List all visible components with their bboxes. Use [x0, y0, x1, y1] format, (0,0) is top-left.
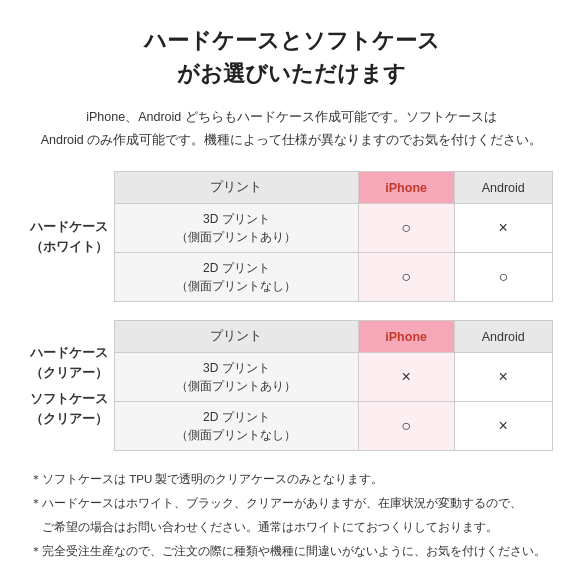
table2-row1-label: 3D プリント（側面プリントあり）	[115, 353, 359, 402]
table2-header-iphone: iPhone	[358, 321, 454, 353]
table1-row2-iphone: ○	[358, 253, 454, 302]
table1-side-label: ハードケース （ホワイト）	[30, 171, 114, 302]
table-row: 3D プリント（側面プリントあり） × ×	[115, 353, 553, 402]
note-1: ＊ソフトケースは TPU 製で透明のクリアケースのみとなります。	[30, 469, 553, 491]
table2-row2-label: 2D プリント（側面プリントなし）	[115, 402, 359, 451]
table2-section: ハードケース （クリアー） ソフトケース （クリアー） プリント iPhone …	[30, 320, 553, 451]
table1-header-android: Android	[454, 172, 552, 204]
title-line1: ハードケースとソフトケース	[144, 28, 440, 53]
table2-row1-iphone: ×	[358, 353, 454, 402]
table1: プリント iPhone Android 3D プリント（側面プリントあり） ○	[114, 171, 553, 302]
title-line2: がお選びいただけます	[177, 61, 406, 86]
note-4: ＊完全受注生産なので、ご注文の際に種類や機種に間違いがないように、お気を付けくだ…	[30, 541, 553, 563]
table1-row2-android: ○	[454, 253, 552, 302]
table1-row2-label: 2D プリント（側面プリントなし）	[115, 253, 359, 302]
table1-row1-iphone: ○	[358, 204, 454, 253]
table2-wrapper: プリント iPhone Android 3D プリント（側面プリントあり） ×	[114, 320, 553, 451]
table1-section: ハードケース （ホワイト） プリント iPhone Android 3D プリン…	[30, 171, 553, 302]
table2-header-android: Android	[454, 321, 552, 353]
page-container: ハードケースとソフトケース がお選びいただけます iPhone、Android …	[0, 0, 583, 583]
table2-side-label: ハードケース （クリアー） ソフトケース （クリアー）	[30, 320, 114, 451]
table2-row1-android: ×	[454, 353, 552, 402]
table2-row2-iphone: ○	[358, 402, 454, 451]
table2-label2-line1: ソフトケース	[30, 392, 108, 406]
table1-header-print: プリント	[115, 172, 359, 204]
table1-label-line2: （ホワイト）	[30, 240, 108, 254]
table2-label1-line2: （クリアー）	[30, 366, 108, 380]
table2-label2-line2: （クリアー）	[30, 412, 108, 426]
table2-row2-android: ×	[454, 402, 552, 451]
table1-row1-android: ×	[454, 204, 552, 253]
table2: プリント iPhone Android 3D プリント（側面プリントあり） ×	[114, 320, 553, 451]
note-3: ご希望の場合はお問い合わせください。通常はホワイトにておつくりしております。	[30, 517, 553, 539]
table1-wrapper: プリント iPhone Android 3D プリント（側面プリントあり） ○	[114, 171, 553, 302]
table2-label1-line1: ハードケース	[30, 346, 108, 360]
table-row: 3D プリント（側面プリントあり） ○ ×	[115, 204, 553, 253]
note-2: ＊ハードケースはホワイト、ブラック、クリアーがありますが、在庫状況が変動するので…	[30, 493, 553, 515]
table2-header-print: プリント	[115, 321, 359, 353]
table-row: 2D プリント（側面プリントなし） ○ ○	[115, 253, 553, 302]
description-text: iPhone、Android どちらもハードケース作成可能です。ソフトケースは …	[30, 106, 553, 151]
notes-section: ＊ソフトケースは TPU 製で透明のクリアケースのみとなります。 ＊ハードケース…	[30, 469, 553, 562]
table1-label-line1: ハードケース	[30, 220, 108, 234]
table1-row1-label: 3D プリント（側面プリントあり）	[115, 204, 359, 253]
table-row: 2D プリント（側面プリントなし） ○ ×	[115, 402, 553, 451]
main-title: ハードケースとソフトケース がお選びいただけます	[30, 24, 553, 90]
table1-header-iphone: iPhone	[358, 172, 454, 204]
